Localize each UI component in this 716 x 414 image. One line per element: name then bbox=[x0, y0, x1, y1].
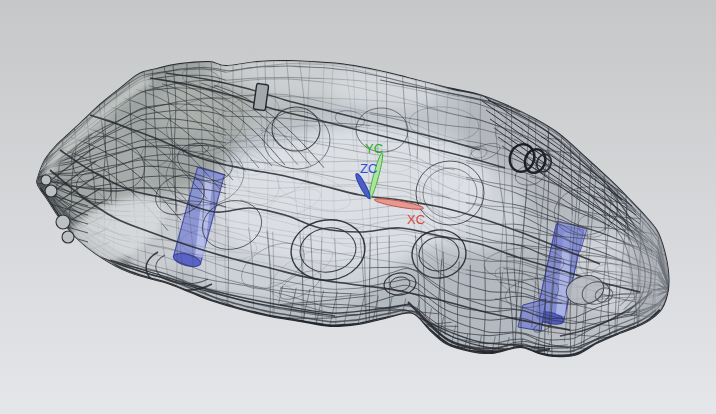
svg-text:XC: XC bbox=[407, 212, 425, 227]
svg-text:YC: YC bbox=[365, 141, 383, 156]
svg-text:ZC: ZC bbox=[360, 161, 377, 176]
